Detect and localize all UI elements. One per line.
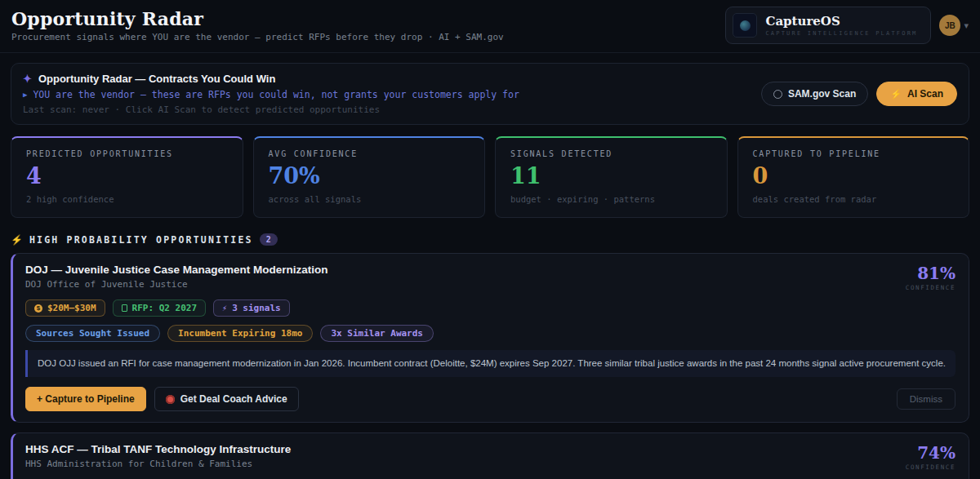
- chevron-down-icon[interactable]: ▾: [964, 20, 969, 31]
- stat-label: AVG CONFIDENCE: [269, 149, 470, 158]
- stat-value: 4: [26, 163, 228, 188]
- banner-title-row: ✦ Opportunity Radar — Contracts You Coul…: [23, 73, 519, 85]
- stat-label: SIGNALS DETECTED: [510, 149, 712, 158]
- meta-badges: $$20M–$30M RFP: Q2 2027 ⚡3 signals: [25, 299, 956, 317]
- money-icon: $: [34, 304, 42, 313]
- brand-tagline: CAPTURE INTELLIGENCE PLATFORM: [765, 30, 917, 37]
- banner-title: Opportunity Radar — Contracts You Could …: [38, 73, 275, 85]
- sam-gov-scan-label: SAM.gov Scan: [788, 88, 856, 100]
- section-header: ⚡ HIGH PROBABILITY OPPORTUNITIES 2: [11, 233, 969, 246]
- stat-card-confidence: AVG CONFIDENCE 70% across all signals: [253, 136, 486, 218]
- confidence-block: 74% CONFIDENCE: [906, 443, 956, 471]
- opp-agency: DOJ Office of Juvenile Justice: [25, 279, 328, 290]
- stat-label: CAPTURED TO PIPELINE: [753, 149, 955, 158]
- capture-to-pipeline-button[interactable]: + Capture to Pipeline: [25, 387, 146, 411]
- ai-scan-button[interactable]: ⚡ AI Scan: [876, 82, 957, 106]
- stat-card-captured: CAPTURED TO PIPELINE 0 deals created fro…: [737, 136, 970, 218]
- confidence-label: CONFIDENCE: [906, 284, 956, 291]
- section-count-badge: 2: [260, 233, 278, 246]
- stat-label: PREDICTED OPPORTUNITIES: [26, 149, 228, 158]
- signal-tags: Sources Sought Issued Incumbent Expiring…: [25, 325, 956, 342]
- target-icon: [166, 395, 175, 404]
- globe-icon: [773, 90, 782, 99]
- stat-sub: across all signals: [269, 194, 470, 204]
- deal-coach-button[interactable]: Get Deal Coach Advice: [154, 387, 299, 411]
- deal-coach-label: Get Deal Coach Advice: [180, 393, 287, 405]
- opp-head: HHS ACF — Tribal TANF Technology Infrast…: [25, 443, 956, 471]
- globe-logo-icon: [740, 20, 751, 31]
- topbar: Opportunity Radar Procurement signals wh…: [0, 0, 980, 53]
- avatar[interactable]: JB: [939, 15, 960, 36]
- stat-value: 0: [753, 163, 955, 188]
- play-icon: ▶: [23, 91, 27, 99]
- opp-head-left: HHS ACF — Tribal TANF Technology Infrast…: [25, 443, 291, 469]
- last-scan-status: Last scan: never · Click AI Scan to dete…: [23, 104, 519, 115]
- banner-tagline: YOU are the vendor — these are RFPs you …: [33, 89, 519, 100]
- user-menu[interactable]: JB ▾: [939, 15, 969, 36]
- bolt-icon: ⚡: [11, 234, 23, 246]
- confidence-label: CONFIDENCE: [906, 463, 956, 471]
- stat-sub: budget · expiring · patterns: [510, 194, 712, 204]
- banner-text: ✦ Opportunity Radar — Contracts You Coul…: [23, 73, 519, 115]
- stats-row: PREDICTED OPPORTUNITIES 4 2 high confide…: [11, 136, 969, 218]
- banner-tagline-row: ▶ YOU are the vendor — these are RFPs yo…: [23, 89, 519, 100]
- opportunity-card-doj: DOJ — Juvenile Justice Case Management M…: [11, 253, 969, 423]
- ai-scan-label: AI Scan: [907, 88, 943, 100]
- topbar-left: Opportunity Radar Procurement signals wh…: [11, 8, 504, 42]
- signals-badge: ⚡3 signals: [213, 299, 290, 317]
- bolt-icon: ⚡: [222, 304, 227, 313]
- brand-name: CaptureOS: [765, 14, 917, 29]
- stat-sub: deals created from radar: [753, 194, 955, 204]
- signal-tag: Sources Sought Issued: [25, 325, 160, 342]
- stat-card-signals: SIGNALS DETECTED 11 budget · expiring · …: [495, 136, 728, 218]
- page-subtitle: Procurement signals where YOU are the ve…: [11, 32, 504, 42]
- stat-sub: 2 high confidence: [26, 194, 228, 204]
- brand-text: CaptureOS CAPTURE INTELLIGENCE PLATFORM: [765, 14, 917, 37]
- stat-value: 70%: [269, 163, 470, 188]
- brand-card: CaptureOS CAPTURE INTELLIGENCE PLATFORM: [725, 7, 931, 44]
- radar-icon: ✦: [23, 73, 32, 85]
- radar-banner: ✦ Opportunity Radar — Contracts You Coul…: [11, 63, 969, 125]
- stat-card-predicted: PREDICTED OPPORTUNITIES 4 2 high confide…: [11, 136, 243, 218]
- dismiss-button[interactable]: Dismiss: [897, 388, 956, 410]
- opp-head-left: DOJ — Juvenile Justice Case Management M…: [25, 264, 328, 290]
- opp-agency: HHS Administration for Children & Famili…: [25, 459, 291, 469]
- confidence-value: 81%: [906, 264, 956, 283]
- brand-logo: [733, 13, 757, 38]
- signal-tag: 3x Similar Awards: [320, 325, 434, 342]
- signal-tag: Incumbent Expiring 18mo: [167, 325, 313, 342]
- opp-head: DOJ — Juvenile Justice Case Management M…: [25, 264, 956, 291]
- confidence-block: 81% CONFIDENCE: [906, 264, 956, 291]
- sam-gov-scan-button[interactable]: SAM.gov Scan: [761, 82, 868, 106]
- value-badge: $$20M–$30M: [25, 299, 105, 317]
- bolt-icon: ⚡: [890, 89, 902, 100]
- banner-actions: SAM.gov Scan ⚡ AI Scan: [761, 82, 957, 106]
- opp-title: DOJ — Juvenile Justice Case Management M…: [25, 264, 328, 276]
- rfp-badge: RFP: Q2 2027: [113, 299, 206, 317]
- section-title: HIGH PROBABILITY OPPORTUNITIES: [29, 234, 253, 246]
- stat-value: 11: [510, 163, 712, 188]
- topbar-right: CaptureOS CAPTURE INTELLIGENCE PLATFORM …: [725, 7, 969, 44]
- confidence-value: 74%: [906, 443, 956, 463]
- opp-description: DOJ OJJ issued an RFI for case managemen…: [25, 350, 956, 377]
- opp-actions: + Capture to Pipeline Get Deal Coach Adv…: [25, 387, 956, 411]
- page-title: Opportunity Radar: [11, 8, 504, 29]
- opp-title: HHS ACF — Tribal TANF Technology Infrast…: [25, 443, 291, 455]
- opportunity-card-hhs: HHS ACF — Tribal TANF Technology Infrast…: [11, 432, 969, 479]
- document-icon: [122, 304, 127, 312]
